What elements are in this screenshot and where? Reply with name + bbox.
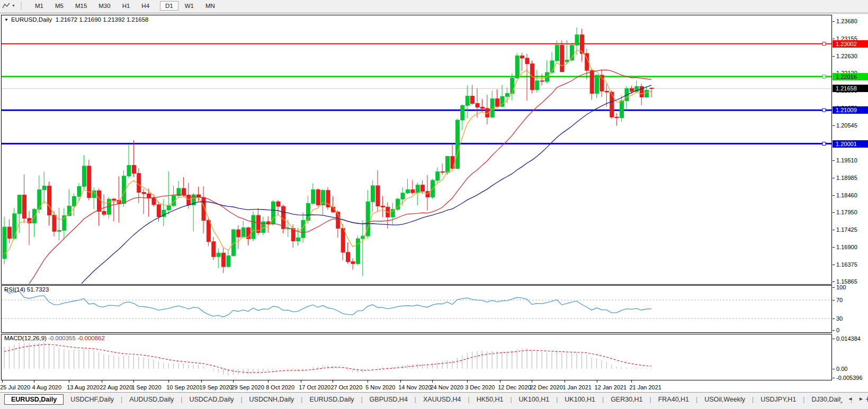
rsi-tick-label: 100 <box>836 284 846 290</box>
macd-panel <box>2 334 832 380</box>
candle-body <box>351 262 355 264</box>
chart-tab-ger30-h1[interactable]: GER30,H1 <box>604 394 649 405</box>
candle-body <box>575 35 579 46</box>
line-handle[interactable] <box>822 75 826 78</box>
chart-tab-xauusd-h4[interactable]: XAUUSD,H4 <box>416 394 468 405</box>
candle-body <box>466 96 469 106</box>
candle-body <box>521 56 524 58</box>
candle-body <box>555 45 559 61</box>
date-tick-mark <box>301 380 301 383</box>
candle-body <box>7 227 11 238</box>
candle-body <box>13 214 16 239</box>
candle-body <box>122 176 126 204</box>
line-price-label: 1.20001 <box>833 140 868 148</box>
chart-tab-bar: EURUSD,DailyUSDCHF,Daily|AUDUSD,Daily|US… <box>0 392 868 409</box>
date-tick-mark <box>631 380 632 383</box>
candle-body <box>356 239 360 263</box>
price-tick-mark <box>833 230 835 230</box>
price-tick-label: 1.17425 <box>836 226 857 233</box>
price-tick-label: 1.22630 <box>836 53 857 59</box>
chart-canvas[interactable] <box>0 0 868 409</box>
date-label: 27 Oct 2020 <box>330 384 362 390</box>
date-label: 12 Jan 2021 <box>595 384 627 390</box>
rsi-tick-mark <box>833 287 835 288</box>
price-axis[interactable]: 1.236801.231551.226301.221201.215951.210… <box>833 15 868 380</box>
price-tick-label: 1.17950 <box>836 209 857 215</box>
line-handle[interactable] <box>822 42 826 46</box>
date-tick-mark <box>268 380 269 383</box>
candle-body <box>391 210 395 217</box>
candle-body <box>595 75 599 94</box>
tab-scroll-right-icon[interactable]: ► <box>856 396 866 402</box>
chart-tab-usdcad-daily[interactable]: USDCAD,Daily <box>182 394 240 405</box>
line-handle[interactable] <box>822 108 826 112</box>
price-tick-mark <box>833 39 835 39</box>
candle-body <box>590 70 594 93</box>
rsi-tick-mark <box>833 319 835 319</box>
date-tick-mark <box>69 380 69 383</box>
candle-body <box>157 205 160 217</box>
price-tick-mark <box>833 125 835 126</box>
date-tick-mark <box>2 380 3 383</box>
candle-body <box>511 78 514 94</box>
candle-body <box>490 99 494 117</box>
candle-body <box>316 190 320 205</box>
candle-body <box>73 196 76 206</box>
date-tick-mark <box>34 380 34 383</box>
tab-scroll-left-icon[interactable]: ◄ <box>845 396 855 402</box>
chart-tab-uk100-h1[interactable]: UK100,H1 <box>558 394 602 405</box>
line-price-label: 1.23002 <box>833 40 868 48</box>
macd-title: MACD(12,26,9) -0.000355 -0.000862 <box>4 335 105 341</box>
rsi-tick-label: 70 <box>836 297 843 303</box>
chart-tab-hk50-h1[interactable]: HK50,H1 <box>470 394 511 405</box>
time-axis[interactable]: 25 Jul 20204 Aug 202013 Aug 202022 Aug 2… <box>0 380 868 392</box>
candle-body <box>222 253 226 267</box>
price-tick-mark <box>833 212 835 213</box>
candle-body <box>112 199 116 201</box>
date-label: 5 Nov 2020 <box>365 384 395 390</box>
chart-tab-audusd-daily[interactable]: AUDUSD,Daily <box>122 394 181 405</box>
candle-body <box>77 186 81 196</box>
candle-body <box>127 166 131 176</box>
date-label: 10 Sep 2020 <box>166 384 199 390</box>
chart-tab-usdjpy-h1[interactable]: USDJPY,H1 <box>754 394 803 405</box>
chart-tab-eurusd-daily[interactable]: EURUSD,Daily <box>4 394 64 405</box>
candle-body <box>381 206 384 207</box>
candle-body <box>505 94 509 97</box>
chart-tab-usoil-weekly[interactable]: USOil,Weekly <box>697 394 752 405</box>
chart-tab-uk100-h1[interactable]: UK100,H1 <box>512 394 557 405</box>
candle-body <box>311 190 315 204</box>
candle-body <box>416 185 419 193</box>
chart-tab-usdcnh-daily[interactable]: USDCNH,Daily <box>243 394 301 405</box>
candle-body <box>645 90 649 97</box>
candle-body <box>57 230 61 231</box>
chart-tab-usdchf-daily[interactable]: USDCHF,Daily <box>64 394 121 405</box>
macd-tick-label: 0.00 <box>836 366 847 372</box>
chart-tab-gbpusd-h4[interactable]: GBPUSD,H4 <box>363 394 415 405</box>
date-label: 22 Dec 2020 <box>530 384 562 390</box>
macd-main-value: -0.000355 <box>48 335 76 341</box>
date-tick-mark <box>597 380 597 383</box>
candle-body <box>212 242 216 257</box>
chart-tab-eurusd-daily[interactable]: EURUSD,Daily <box>302 394 361 405</box>
candle-body <box>371 186 375 202</box>
candle-body <box>515 56 519 78</box>
candle-body <box>376 186 380 206</box>
line-handle[interactable] <box>822 142 826 146</box>
candle-body <box>306 203 310 220</box>
macd-indicator-label: MACD(12,26,9) <box>4 335 47 341</box>
date-tick-mark <box>233 380 234 383</box>
candle-body <box>560 45 564 71</box>
chart-collapse-icon[interactable]: ▼ <box>4 17 8 22</box>
candle-body <box>97 190 101 211</box>
candle-body <box>446 157 450 172</box>
tab-scroll-arrows: ◄ ► <box>841 396 866 402</box>
chart-tab-fra40-h1[interactable]: FRA40,H1 <box>651 394 696 405</box>
price-tick-label: 1.16375 <box>836 261 857 268</box>
candle-body <box>600 75 604 91</box>
chart-title: ▼EURUSD,Daily 1.21672 1.21690 1.21392 1.… <box>4 16 149 23</box>
candle-body <box>480 107 484 108</box>
price-tick-mark <box>833 21 835 22</box>
candle-body <box>605 91 609 92</box>
date-label: 24 Nov 2020 <box>430 384 463 390</box>
